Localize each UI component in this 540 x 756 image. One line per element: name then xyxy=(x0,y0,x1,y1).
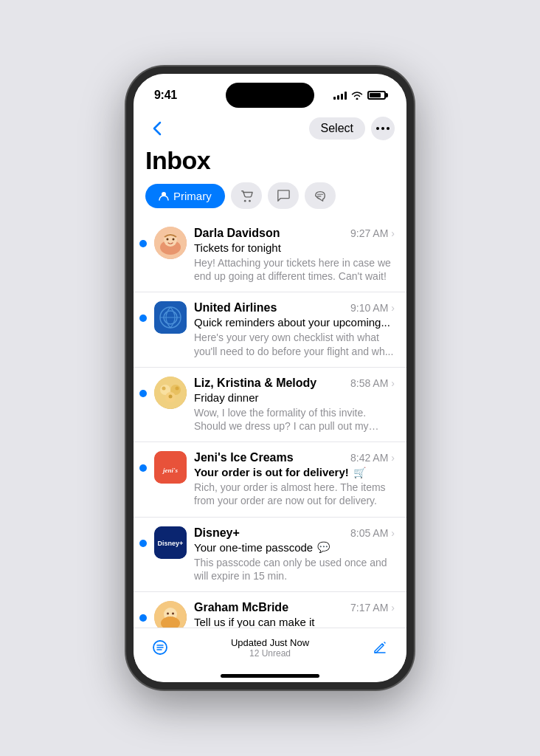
home-indicator xyxy=(221,674,319,678)
chevron-icon: › xyxy=(391,527,395,539)
shopping-badge: 🛒 xyxy=(353,467,366,478)
battery-icon xyxy=(367,91,386,100)
email-content: Disney+ 8:05 AM › Your one-time passcode… xyxy=(194,526,395,583)
email-preview: Hey! Attaching your tickets here in case… xyxy=(194,256,395,283)
nav-bar: Select xyxy=(134,111,406,146)
tab-primary-label: Primary xyxy=(173,190,212,202)
phone-frame: 9:41 xyxy=(126,66,414,690)
email-time: 8:58 AM xyxy=(350,377,388,389)
svg-point-2 xyxy=(387,127,390,130)
page-title-section: Inbox xyxy=(134,146,406,182)
email-item[interactable]: Darla Davidson 9:27 AM › Tickets for ton… xyxy=(134,218,406,292)
unread-count: 12 Unread xyxy=(172,648,368,659)
status-icons xyxy=(333,91,386,100)
unread-dot xyxy=(139,315,147,322)
chevron-icon: › xyxy=(391,227,395,239)
chevron-icon: › xyxy=(391,302,395,314)
avatar-image xyxy=(154,227,187,259)
email-item[interactable]: Liz, Kristina & Melody 8:58 AM › Friday … xyxy=(134,368,406,442)
email-item[interactable]: Disney+ Disney+ 8:05 AM › Your one-time … xyxy=(134,518,406,592)
avatar-image: Disney+ xyxy=(154,526,187,559)
updated-status: Updated Just Now xyxy=(172,637,368,648)
filter-button[interactable] xyxy=(148,636,172,659)
email-item[interactable]: United Airlines 9:10 AM › Quick reminder… xyxy=(134,292,406,367)
dynamic-island xyxy=(226,83,314,108)
avatar xyxy=(154,377,187,409)
email-preview: This passcode can only be used once and … xyxy=(194,556,395,583)
email-time: 8:42 AM xyxy=(350,452,388,464)
tab-messages[interactable] xyxy=(268,182,299,209)
svg-point-22 xyxy=(176,386,179,390)
compose-button[interactable] xyxy=(368,636,392,659)
svg-point-12 xyxy=(173,238,175,241)
email-content: Jeni's Ice Creams 8:42 AM › Your order i… xyxy=(194,451,395,507)
tab-bar: Primary xyxy=(134,182,406,218)
signal-icon xyxy=(333,91,347,100)
svg-point-1 xyxy=(381,127,384,130)
svg-point-30 xyxy=(167,612,169,614)
chevron-icon: › xyxy=(391,602,395,614)
avatar xyxy=(154,301,187,334)
avatar-image xyxy=(154,377,187,409)
tab-shopping[interactable] xyxy=(231,182,262,209)
svg-point-23 xyxy=(169,394,173,398)
shopping-icon xyxy=(240,189,253,202)
tab-promos[interactable] xyxy=(305,182,336,209)
email-sender: United Airlines xyxy=(194,301,345,315)
email-preview: Wow, I love the formality of this invite… xyxy=(194,406,395,433)
email-content: United Airlines 9:10 AM › Quick reminder… xyxy=(194,301,395,357)
email-preview: Rich, your order is almost here. The ite… xyxy=(194,481,395,507)
status-time: 9:41 xyxy=(154,89,177,102)
inbox-title: Inbox xyxy=(145,146,395,175)
unread-dot xyxy=(139,540,147,547)
avatar: jeni's xyxy=(154,451,187,484)
email-time: 9:27 AM xyxy=(350,227,388,239)
avatar: Disney+ xyxy=(154,526,187,559)
more-button[interactable] xyxy=(371,117,395,140)
email-time: 7:17 AM xyxy=(350,602,388,614)
tab-primary[interactable]: Primary xyxy=(145,184,225,208)
avatar-image xyxy=(154,301,187,334)
email-subject: Your one-time passcode 💬 xyxy=(194,541,395,554)
svg-point-4 xyxy=(244,200,246,202)
svg-point-5 xyxy=(249,200,251,202)
email-subject: Tell us if you can make it xyxy=(194,616,395,628)
email-item[interactable]: Graham McBride 7:17 AM › Tell us if you … xyxy=(134,592,406,628)
avatar xyxy=(154,227,187,259)
avatar-image: jeni's xyxy=(154,451,187,484)
email-subject: Tickets for tonight xyxy=(194,241,395,254)
bottom-bar: Updated Just Now 12 Unread xyxy=(134,628,406,668)
email-content: Liz, Kristina & Melody 8:58 AM › Friday … xyxy=(194,377,395,433)
email-sender: Graham McBride xyxy=(194,601,345,614)
svg-point-31 xyxy=(172,612,174,614)
email-time: 9:10 AM xyxy=(350,302,388,314)
select-button[interactable]: Select xyxy=(309,117,365,140)
email-subject: Your order is out for delivery! 🛒 xyxy=(194,466,395,478)
email-item[interactable]: jeni's Jeni's Ice Creams 8:42 AM › Your … xyxy=(134,442,406,517)
email-sender: Jeni's Ice Creams xyxy=(194,451,345,464)
email-subject: Quick reminders about your upcoming... 🛒 xyxy=(194,316,395,329)
message-badge: 💬 xyxy=(317,541,330,553)
promo-icon xyxy=(314,189,327,202)
email-preview: Here's your very own checklist with what… xyxy=(194,331,395,357)
unread-dot xyxy=(139,390,147,397)
email-subject: Friday dinner xyxy=(194,391,395,404)
back-button[interactable] xyxy=(145,117,169,140)
chevron-icon: › xyxy=(391,377,395,389)
unread-dot xyxy=(139,614,147,622)
bottom-status: Updated Just Now 12 Unread xyxy=(172,637,368,659)
unread-dot xyxy=(139,464,147,472)
email-sender: Darla Davidson xyxy=(194,227,345,240)
svg-point-11 xyxy=(167,238,169,241)
email-sender: Disney+ xyxy=(194,526,345,540)
nav-actions: Select xyxy=(309,117,395,140)
avatar xyxy=(154,601,187,628)
svg-text:jeni's: jeni's xyxy=(162,467,179,474)
email-time: 8:05 AM xyxy=(350,527,388,539)
email-list: Darla Davidson 9:27 AM › Tickets for ton… xyxy=(134,218,406,628)
svg-point-21 xyxy=(162,386,166,390)
person-icon xyxy=(159,190,169,201)
message-icon xyxy=(277,189,290,202)
email-sender: Liz, Kristina & Melody xyxy=(194,377,345,390)
email-content: Darla Davidson 9:27 AM › Tickets for ton… xyxy=(194,227,395,283)
